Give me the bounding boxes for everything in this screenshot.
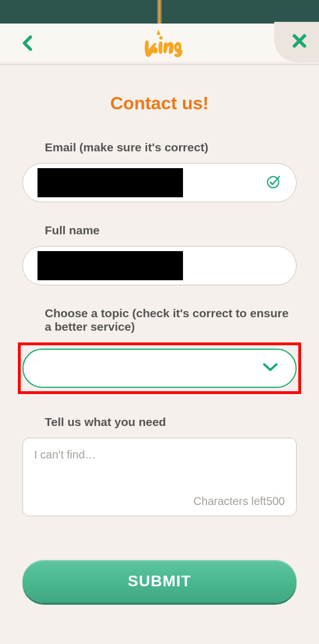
content: Contact us! Email (make sure it's correc…: [0, 65, 319, 603]
fullname-label: Full name: [22, 224, 297, 237]
message-wrapper: Characters left500: [22, 438, 297, 516]
topic-label: Choose a topic (check it's correct to en…: [22, 307, 297, 333]
page-title: Contact us!: [22, 93, 297, 114]
chevron-down-icon: [262, 362, 279, 375]
king-logo: [135, 28, 184, 63]
topic-highlight: [18, 342, 301, 394]
topic-group: Choose a topic (check it's correct to en…: [22, 307, 297, 394]
fullname-redacted: [37, 251, 183, 280]
email-redacted: [37, 168, 183, 197]
checkmark-icon: [266, 174, 282, 192]
fullname-input-wrapper[interactable]: [22, 246, 297, 285]
char-counter-prefix: Characters left: [194, 495, 266, 507]
close-wrapper: [274, 22, 319, 62]
char-counter-value: 500: [266, 495, 285, 507]
message-label: Tell us what you need: [22, 415, 297, 429]
email-input-wrapper[interactable]: [22, 163, 297, 202]
submit-button[interactable]: SUBMIT: [22, 560, 297, 603]
close-icon: [292, 33, 307, 51]
char-counter: Characters left500: [194, 495, 285, 508]
topic-dropdown[interactable]: [22, 349, 297, 388]
message-group: Tell us what you need Characters left500: [22, 415, 297, 516]
svg-point-0: [160, 36, 163, 40]
email-label: Email (make sure it's correct): [22, 141, 297, 154]
back-button[interactable]: [17, 34, 38, 55]
fullname-group: Full name: [22, 224, 297, 285]
header: [0, 24, 319, 65]
email-group: Email (make sure it's correct): [22, 141, 297, 202]
message-textarea[interactable]: [34, 448, 285, 488]
chevron-left-icon: [21, 35, 34, 54]
close-button[interactable]: [289, 31, 310, 53]
status-bar: [0, 0, 319, 24]
